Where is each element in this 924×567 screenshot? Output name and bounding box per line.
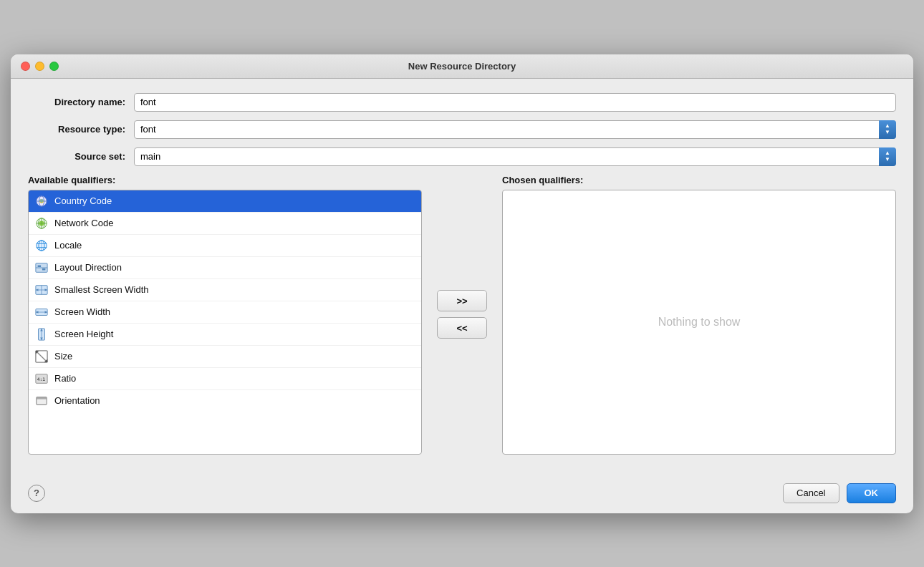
qualifier-locale[interactable]: Locale [29, 235, 421, 257]
minimize-button[interactable] [35, 62, 44, 71]
traffic-lights [21, 62, 59, 71]
resource-type-row: Resource type: font drawable layout valu… [28, 120, 896, 139]
svg-rect-39 [37, 399, 47, 404]
add-qualifier-button[interactable]: >> [437, 290, 487, 311]
cancel-button[interactable]: Cancel [783, 483, 839, 503]
titlebar: New Resource Directory [11, 54, 913, 79]
resource-type-label: Resource type: [28, 124, 134, 135]
layout-direction-icon [34, 261, 49, 275]
qualifier-orientation[interactable]: Orientation [29, 390, 421, 412]
size-label: Size [54, 351, 72, 362]
available-qualifiers-panel: Available qualifiers: Coun [28, 175, 422, 455]
size-icon [34, 349, 49, 364]
qualifier-network-code[interactable]: Network Code [29, 213, 421, 235]
resource-type-select[interactable]: font drawable layout values menu [134, 120, 896, 139]
svg-text:4:1: 4:1 [37, 376, 46, 381]
ok-button[interactable]: OK [847, 483, 897, 503]
help-button[interactable]: ? [28, 485, 45, 502]
qualifier-country-code[interactable]: Country Code [29, 190, 421, 213]
chosen-qualifiers-panel: Chosen qualifiers: Nothing to show [502, 175, 896, 455]
close-button[interactable] [21, 62, 30, 71]
ratio-label: Ratio [54, 373, 76, 384]
screen-height-label: Screen Height [54, 329, 113, 339]
maximize-button[interactable] [49, 62, 59, 71]
dialog-footer: ? Cancel OK [11, 476, 913, 513]
svg-marker-16 [38, 265, 42, 267]
nothing-to-show-text: Nothing to show [658, 316, 741, 329]
source-set-wrapper: main test androidTest ▲ ▼ [134, 147, 896, 166]
source-set-select[interactable]: main test androidTest [134, 147, 896, 166]
country-code-icon [34, 194, 49, 208]
network-code-label: Network Code [54, 218, 113, 228]
qualifier-smallest-screen-width[interactable]: Smallest Screen Width [29, 279, 421, 301]
transfer-buttons: >> << [433, 175, 491, 455]
qualifier-ratio[interactable]: 4:1 Ratio [29, 368, 421, 390]
dialog: New Resource Directory Directory name: R… [11, 54, 913, 513]
source-set-label: Source set: [28, 151, 134, 162]
resource-type-wrapper: font drawable layout values menu ▲ ▼ [134, 120, 896, 139]
screen-width-icon [34, 305, 49, 319]
qualifier-screen-height[interactable]: Screen Height [29, 324, 421, 346]
available-qualifiers-label: Available qualifiers: [28, 175, 422, 185]
footer-action-buttons: Cancel OK [783, 483, 896, 503]
locale-icon [34, 238, 49, 253]
ratio-icon: 4:1 [34, 372, 49, 386]
orientation-label: Orientation [54, 395, 100, 406]
svg-rect-38 [37, 397, 47, 399]
network-code-icon [34, 216, 49, 231]
source-set-row: Source set: main test androidTest ▲ ▼ [28, 147, 896, 166]
svg-line-32 [36, 350, 47, 362]
layout-direction-label: Layout Direction [54, 262, 122, 273]
chosen-qualifiers-label: Chosen qualifiers: [502, 175, 896, 185]
available-qualifiers-list: Country Code Network Cod [28, 190, 422, 455]
screen-width-label: Screen Width [54, 306, 110, 317]
qualifier-layout-direction[interactable]: Layout Direction [29, 257, 421, 279]
directory-name-input[interactable] [134, 93, 896, 112]
remove-qualifier-button[interactable]: << [437, 317, 487, 339]
smallest-screen-width-icon [34, 283, 49, 297]
svg-marker-17 [42, 268, 46, 270]
qualifier-size[interactable]: Size [29, 346, 421, 368]
locale-label: Locale [54, 240, 82, 251]
smallest-screen-width-label: Smallest Screen Width [54, 284, 149, 295]
orientation-icon [34, 394, 49, 408]
chosen-qualifiers-box: Nothing to show [502, 190, 896, 455]
directory-name-label: Directory name: [28, 97, 134, 107]
dialog-content: Directory name: Resource type: font draw… [11, 79, 913, 476]
screen-height-icon [34, 327, 49, 341]
qualifiers-section: Available qualifiers: Coun [28, 175, 896, 455]
directory-name-row: Directory name: [28, 93, 896, 112]
country-code-label: Country Code [54, 195, 112, 206]
dialog-title: New Resource Directory [408, 61, 516, 72]
qualifier-screen-width[interactable]: Screen Width [29, 301, 421, 324]
